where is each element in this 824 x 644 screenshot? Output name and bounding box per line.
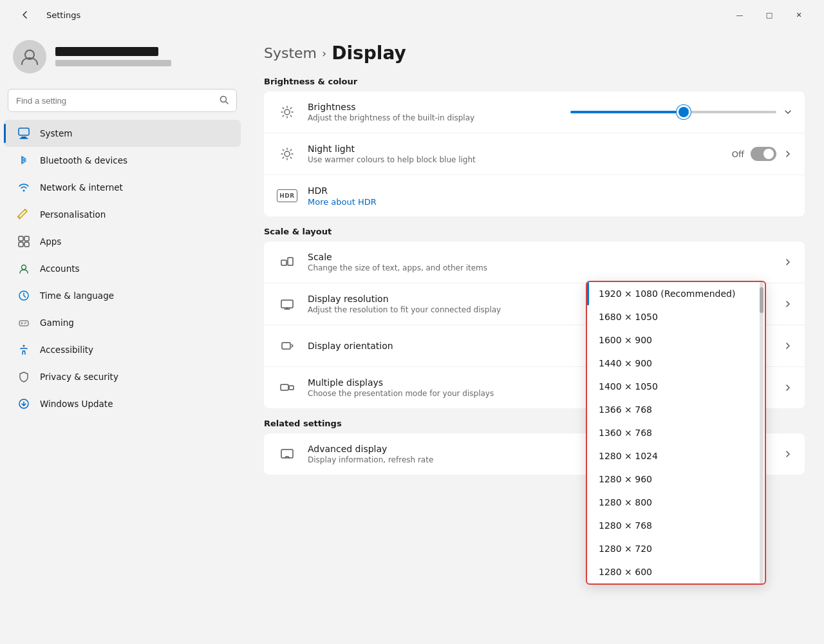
resolution-option-7[interactable]: 1280 × 1024 — [587, 444, 765, 468]
resolution-dropdown[interactable]: 1920 × 1080 (Recommended) 1680 × 1050 16… — [586, 281, 766, 585]
resolution-option-2[interactable]: 1600 × 900 — [587, 328, 765, 352]
display-resolution-icon — [276, 292, 299, 316]
svg-point-13 — [24, 323, 26, 325]
brightness-subtitle: Adjust the brightness of the built-in di… — [308, 113, 570, 122]
sidebar-item-bluetooth[interactable]: Bluetooth & devices — [4, 147, 241, 174]
titlebar: Settings — □ ✕ — [0, 0, 824, 30]
user-sub-bar — [55, 60, 171, 66]
titlebar-controls: — □ ✕ — [725, 5, 814, 25]
multiple-displays-chevron-icon[interactable] — [783, 383, 793, 393]
resolution-option-9[interactable]: 1280 × 800 — [587, 491, 765, 514]
privacy-icon — [17, 370, 31, 384]
resolution-option-6[interactable]: 1360 × 768 — [587, 421, 765, 444]
resolution-option-5[interactable]: 1366 × 768 — [587, 398, 765, 421]
main-content: System › Display Brightness & colour Bri… — [245, 30, 824, 644]
brightness-row[interactable]: Brightness Adjust the brightness of the … — [264, 91, 805, 133]
svg-rect-7 — [19, 242, 23, 247]
dropdown-scroll-thumb[interactable] — [760, 287, 763, 313]
sidebar-item-time[interactable]: Time & language — [4, 282, 241, 309]
svg-rect-18 — [281, 260, 286, 265]
svg-rect-22 — [281, 384, 288, 390]
search-input[interactable] — [16, 96, 220, 106]
sidebar-label-privacy: Privacy & security — [40, 372, 118, 382]
display-resolution-chevron-icon[interactable] — [783, 299, 793, 309]
display-orientation-icon — [276, 334, 299, 357]
advanced-display-icon — [276, 442, 299, 466]
sidebar-item-update[interactable]: Windows Update — [4, 390, 241, 417]
svg-rect-8 — [24, 242, 29, 247]
minimize-button[interactable]: — — [725, 5, 754, 25]
scale-row[interactable]: Scale Change the size of text, apps, and… — [264, 242, 805, 283]
sidebar-item-gaming[interactable]: Gaming — [4, 309, 241, 336]
bluetooth-icon — [17, 153, 31, 167]
brightness-card: Brightness Adjust the brightness of the … — [264, 91, 805, 216]
brightness-thumb[interactable] — [679, 107, 689, 117]
hdr-row[interactable]: HDR HDR More about HDR — [264, 175, 805, 216]
night-light-toggle[interactable] — [751, 147, 776, 161]
resolution-option-0[interactable]: 1920 × 1080 (Recommended) — [587, 282, 765, 305]
personalisation-icon — [17, 207, 31, 222]
night-light-control[interactable]: Off — [732, 147, 793, 161]
resolution-option-11[interactable]: 1280 × 720 — [587, 537, 765, 560]
back-button[interactable] — [10, 5, 40, 25]
brightness-slider[interactable] — [570, 111, 776, 113]
apps-icon — [17, 234, 31, 249]
sidebar-item-accessibility[interactable]: Accessibility — [4, 336, 241, 363]
sidebar-item-accounts[interactable]: Accounts — [4, 255, 241, 282]
update-icon — [17, 397, 31, 411]
night-light-text: Night light Use warmer colours to help b… — [308, 144, 732, 164]
night-light-row[interactable]: Night light Use warmer colours to help b… — [264, 133, 805, 175]
close-button[interactable]: ✕ — [784, 5, 814, 25]
sidebar-item-privacy[interactable]: Privacy & security — [4, 363, 241, 390]
sidebar-label-update: Windows Update — [40, 399, 113, 409]
breadcrumb-current: Display — [332, 43, 406, 64]
scale-chevron-icon[interactable] — [783, 257, 793, 267]
resolution-option-1[interactable]: 1680 × 1050 — [587, 305, 765, 328]
dropdown-scrollbar[interactable] — [760, 282, 763, 583]
sidebar-label-bluetooth: Bluetooth & devices — [40, 155, 127, 166]
sidebar-label-accounts: Accounts — [40, 263, 80, 274]
svg-point-16 — [285, 109, 290, 115]
svg-rect-19 — [288, 258, 293, 265]
night-light-chevron-icon[interactable] — [783, 149, 793, 159]
user-name-bar — [55, 47, 158, 56]
multiple-displays-icon — [276, 376, 299, 399]
toggle-knob — [763, 149, 774, 159]
resolution-option-10[interactable]: 1280 × 768 — [587, 514, 765, 537]
multiple-displays-control — [783, 383, 793, 393]
brightness-control[interactable] — [570, 107, 793, 117]
night-light-title: Night light — [308, 144, 732, 154]
scale-subtitle: Change the size of text, apps, and other… — [308, 263, 783, 272]
sidebar-item-system[interactable]: System — [4, 120, 241, 147]
svg-point-4 — [23, 190, 25, 192]
resolution-option-3[interactable]: 1440 × 900 — [587, 352, 765, 375]
app-body: System Bluetooth & devices Network & int… — [0, 30, 824, 644]
maximize-button[interactable]: □ — [754, 5, 784, 25]
gaming-icon — [17, 316, 31, 330]
sidebar-label-system: System — [40, 128, 72, 138]
search-box[interactable] — [8, 89, 237, 112]
display-resolution-control — [783, 299, 793, 309]
sidebar-label-gaming: Gaming — [40, 317, 74, 328]
hdr-link[interactable]: More about HDR — [308, 197, 793, 207]
display-orientation-chevron-icon[interactable] — [783, 341, 793, 351]
brightness-text: Brightness Adjust the brightness of the … — [308, 102, 570, 122]
resolution-option-4[interactable]: 1400 × 1050 — [587, 375, 765, 398]
time-icon — [17, 289, 31, 303]
advanced-display-control — [783, 449, 793, 459]
user-info — [55, 47, 171, 66]
search-icon — [220, 95, 229, 106]
sidebar-item-network[interactable]: Network & internet — [4, 174, 241, 201]
sidebar-label-network: Network & internet — [40, 182, 123, 193]
resolution-option-8[interactable]: 1280 × 960 — [587, 468, 765, 491]
brightness-title: Brightness — [308, 102, 570, 112]
brightness-expand-icon[interactable] — [783, 107, 793, 117]
sidebar-item-apps[interactable]: Apps — [4, 228, 241, 255]
night-light-subtitle: Use warmer colours to help block blue li… — [308, 155, 732, 164]
advanced-display-chevron-icon[interactable] — [783, 449, 793, 459]
sidebar-item-personalisation[interactable]: Personalisation — [4, 201, 241, 228]
network-icon — [17, 180, 31, 194]
app-title: Settings — [46, 10, 80, 20]
sidebar-label-time: Time & language — [40, 290, 114, 301]
resolution-option-12[interactable]: 1280 × 600 — [587, 560, 765, 583]
